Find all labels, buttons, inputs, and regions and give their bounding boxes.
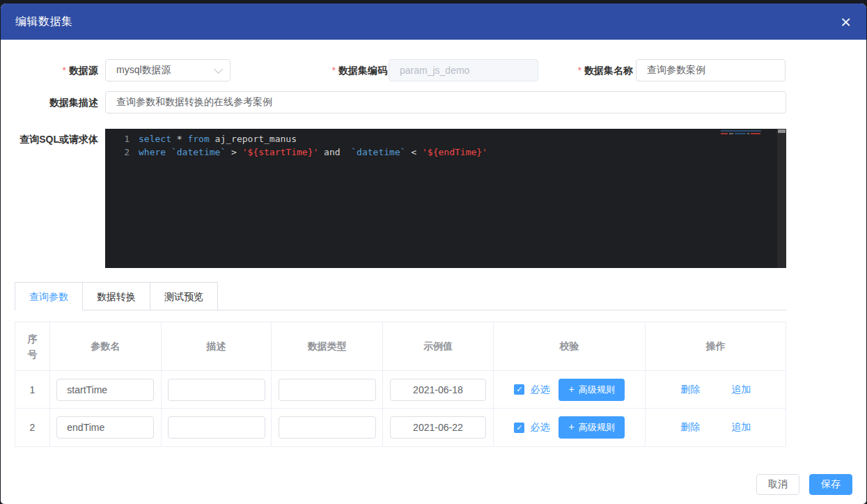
tab-test-preview[interactable]: 测试预览 bbox=[150, 282, 218, 310]
dataset-name-input[interactable] bbox=[636, 59, 786, 81]
chevron-down-icon bbox=[214, 65, 223, 74]
required-mark: * bbox=[63, 65, 66, 76]
param-name-input[interactable] bbox=[56, 416, 154, 439]
required-mark: * bbox=[578, 65, 581, 76]
save-button[interactable]: 保存 bbox=[809, 474, 852, 495]
tab-data-transform[interactable]: 数据转换 bbox=[83, 282, 150, 310]
col-header-param-name: 参数名 bbox=[50, 322, 162, 371]
sql-label: 查询SQL或请求体 bbox=[1, 132, 98, 146]
table-row: 1 ✓ 必选 +高级规则 删除 追加 bbox=[15, 371, 786, 409]
edit-dataset-dialog: 编辑数据集 × *数据源 mysql数据源 *数据集编码 *数据集名称 数据集描… bbox=[1, 3, 866, 504]
row-index: 1 bbox=[15, 371, 50, 409]
dialog-footer: 取消 保存 bbox=[756, 474, 852, 495]
editor-scrollbar[interactable] bbox=[777, 129, 786, 268]
required-checkbox[interactable]: ✓ bbox=[514, 423, 524, 433]
code-line: 1 select * from aj_report_manus bbox=[105, 132, 786, 145]
cancel-button[interactable]: 取消 bbox=[756, 474, 799, 495]
editor-scrollbar-thumb[interactable] bbox=[778, 129, 786, 133]
append-link[interactable]: 追加 bbox=[731, 384, 751, 396]
append-link[interactable]: 追加 bbox=[731, 421, 751, 434]
dataset-name-label: *数据集名称 bbox=[537, 59, 633, 81]
table-header-row: 序号 参数名 描述 数据类型 示例值 校验 操作 bbox=[15, 322, 786, 371]
col-header-no: 序号 bbox=[15, 322, 50, 371]
datasource-select-value: mysql数据源 bbox=[106, 64, 214, 77]
param-description-input[interactable] bbox=[168, 379, 265, 401]
dataset-description-input[interactable] bbox=[105, 91, 786, 113]
required-checkbox-label[interactable]: 必选 bbox=[530, 384, 549, 396]
param-data-type-input[interactable] bbox=[279, 379, 376, 401]
dataset-description-label: 数据集描述 bbox=[1, 91, 98, 113]
code-line: 2 where `datetime` > '${startTime}' and … bbox=[105, 145, 786, 159]
tab-query-params[interactable]: 查询参数 bbox=[15, 282, 83, 310]
required-checkbox-label[interactable]: 必选 bbox=[530, 421, 549, 434]
delete-link[interactable]: 删除 bbox=[680, 384, 700, 396]
plus-icon: + bbox=[568, 384, 574, 395]
params-table: 序号 参数名 描述 数据类型 示例值 校验 操作 1 ✓ 必选 +高级规则 删除… bbox=[15, 322, 786, 447]
datasource-label: *数据源 bbox=[1, 59, 98, 81]
col-header-data-type: 数据类型 bbox=[272, 322, 383, 371]
param-example-input[interactable] bbox=[390, 379, 486, 401]
dataset-code-label: *数据集编码 bbox=[291, 59, 387, 81]
line-number: 2 bbox=[105, 145, 139, 159]
sql-code-editor[interactable]: 1 select * from aj_report_manus 2 where … bbox=[105, 129, 786, 268]
line-number: 1 bbox=[105, 132, 139, 145]
advanced-rule-button[interactable]: +高级规则 bbox=[559, 379, 624, 401]
dataset-tabs: 查询参数 数据转换 测试预览 bbox=[15, 282, 786, 310]
param-name-input[interactable] bbox=[56, 379, 154, 401]
col-header-actions: 操作 bbox=[646, 322, 786, 371]
row-index: 2 bbox=[15, 409, 50, 446]
param-data-type-input[interactable] bbox=[279, 416, 376, 439]
param-example-input[interactable] bbox=[390, 416, 486, 439]
advanced-rule-button[interactable]: +高级规则 bbox=[559, 416, 624, 439]
dialog-header: 编辑数据集 × bbox=[1, 3, 866, 40]
plus-icon: + bbox=[568, 421, 574, 432]
dataset-code-input bbox=[389, 59, 538, 81]
required-checkbox[interactable]: ✓ bbox=[514, 384, 524, 395]
param-description-input[interactable] bbox=[168, 416, 265, 439]
close-icon[interactable]: × bbox=[840, 15, 852, 29]
table-row: 2 ✓ 必选 +高级规则 删除 追加 bbox=[15, 409, 786, 446]
editor-minimap[interactable] bbox=[721, 130, 775, 136]
col-header-example: 示例值 bbox=[383, 322, 494, 371]
dialog-title: 编辑数据集 bbox=[15, 15, 73, 29]
required-mark: * bbox=[332, 65, 336, 76]
col-header-description: 描述 bbox=[162, 322, 272, 371]
datasource-select[interactable]: mysql数据源 bbox=[105, 59, 231, 81]
col-header-validate: 校验 bbox=[494, 322, 646, 371]
delete-link[interactable]: 删除 bbox=[680, 421, 700, 434]
